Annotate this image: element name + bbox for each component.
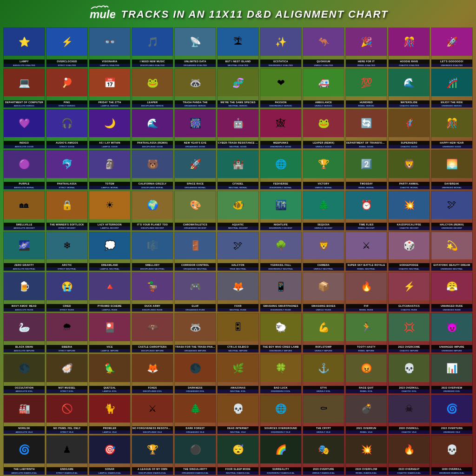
track-name: NO FORGIVENESS RESISTANCE <box>132 426 173 430</box>
cell-rebel-heroic: 💯HUNDREDREBEL HEROIC <box>345 68 387 108</box>
alignment-name: ORGANISED DECENT <box>175 226 216 230</box>
track-name: HUNDRED <box>346 100 387 105</box>
track-name: ARCTIC <box>46 263 87 267</box>
cell-artwork: ☠ <box>389 395 430 423</box>
alignment-name: ABSOLUTE VILE <box>4 430 45 434</box>
cell-labels: TIME FLIESREBEL DECENT <box>346 223 387 230</box>
alignment-name: LAWFUL RUDE <box>89 308 130 311</box>
cell-artwork: ❤ <box>260 69 301 97</box>
track-name: PARTY ANIMAL <box>389 182 430 186</box>
cell-artwork: 🏘 <box>4 191 45 219</box>
cell-artwork: 🤖 <box>218 109 258 137</box>
cell-artwork: 🎵 <box>132 28 173 56</box>
cell-strict-decent: 🔒THE WINNER'S SOFTLOCKSTRICT DECENT <box>46 191 88 231</box>
track-name: 2022 OVERVIEW <box>431 386 472 390</box>
alignment-name: ABSOLUTE DECENT <box>4 226 45 230</box>
cell-unruly-heroic: 🚑AMBULANCEUNRULY HEROIC <box>303 68 344 108</box>
cell-artwork: 🚫 <box>46 395 87 423</box>
cell-labels: UNHINGED IMPUREUNHINGED IMPURE <box>431 345 472 352</box>
track-name: GLITCHNASTICS <box>389 304 430 308</box>
cell-labels: PROWLERLAWFUL VILE <box>89 426 130 434</box>
cell-strict-rude: 😭CRIEDSTRICT RUDE <box>46 272 88 312</box>
cell-labels: DEAD INTERNETNEUTRAL VILE <box>218 426 258 434</box>
cell-disorderly-evil: 🍀BAD LUCKDISORDERLY EVIL <box>260 354 302 394</box>
track-name: MAVY AMOS' MEAD <box>4 304 45 308</box>
track-name: FOXR <box>218 304 258 308</box>
track-name: CTR.LO SILBICO <box>218 345 258 349</box>
cell-artwork: ⚫ <box>175 436 216 463</box>
alignment-name: STRICT DECENT <box>46 226 87 230</box>
alignment-name: ORGANISED GOOD <box>175 145 216 148</box>
track-name: LAMPY <box>4 60 45 64</box>
track-name: PYRAMID SCHEME <box>89 304 130 308</box>
track-name: INDIGO <box>4 141 45 145</box>
page-title: TRACKS IN AN 11X11 D&D ALIGNMENT CHART <box>121 8 388 20</box>
cell-artwork: 📊 <box>431 354 472 382</box>
alignment-name: ABSOLUTE IMPURE <box>4 349 45 352</box>
cell-artwork: 🌍 <box>132 191 173 219</box>
cell-rebel-evil: 😡RAGE QUITREBEL EVIL <box>345 354 387 394</box>
cell-chaotic-decent: 💥KAIZOPOCALYPSECHAOTIC DECENT <box>388 191 430 231</box>
alignment-name: DISCIPLINED GOOD <box>132 145 173 148</box>
track-name: SPACE RACE <box>175 182 216 186</box>
track-name: CASTLE CHIROPTERA <box>132 345 173 349</box>
cell-labels: SURREALITYDISORDERLY DIABOLICAL <box>260 467 301 475</box>
cell-rebel-rude: 🔥FVFREBEL RUDE <box>345 272 387 312</box>
cell-labels: ROFLSTOMPUNRULY IMPURE <box>303 345 344 352</box>
cell-chaotic-diabolical: 🔥2023 OVERHEATCHAOTIC DIABOLICAL <box>388 435 430 475</box>
track-name: EXTATONIC BEAUTY DREAM <box>431 263 472 267</box>
cell-artwork: 🏰 <box>218 150 258 178</box>
cell-disciplined-vile: ⚔NO FORGIVENESS RESISTANCEDISCIPLINED VI… <box>132 395 173 435</box>
alignment-name: DISORDERLY IMPURE <box>260 349 301 352</box>
cell-lawful-exalted: 👓VISIONARIALAWFUL EXALTED <box>89 27 131 67</box>
alignment-name: TRUE NEUTRAL <box>218 267 258 271</box>
cell-labels: ECSTATICADISORDERLY EXALTED <box>260 60 301 67</box>
cell-absolute-impure: 🦢BLACK SWANABSOLUTE IMPURE <box>3 313 45 353</box>
cell-artwork: 🎼 <box>132 232 173 260</box>
track-name: DEPARTMENT OF COMPUTER <box>4 100 45 105</box>
cell-artwork: 🌲 <box>175 395 216 423</box>
track-name: CRIED <box>46 304 87 308</box>
cell-labels: DEPARTMENT OF TRANSFORMATIONREBEL GOOD <box>346 141 387 148</box>
cell-labels: DAYBREAKUNHINGED MORAL <box>431 182 472 189</box>
cell-labels: DEPARTMENT OF COMPUTERABSOLUTE HEROIC <box>4 100 45 108</box>
track-name: CHROMATALETICS <box>175 223 216 227</box>
cell-labels: NORILSKABSOLUTE VILE <box>4 426 45 434</box>
cell-labels: TOTEMLAWFUL MORAL <box>89 182 130 189</box>
cell-artwork: ☀ <box>89 191 130 219</box>
track-name: 2023 OVERHEAT <box>389 467 430 471</box>
alignment-name: CHAOTIC VILE <box>389 430 430 434</box>
cell-artwork: ❄ <box>46 232 87 260</box>
cell-unhinged-exalted: 🚀LET'S GOOOOOO!UNHINGED EXALTED <box>431 27 473 67</box>
alignment-name: UNHINGED NEUTRAL <box>431 267 472 271</box>
alignment-name: ABSOLUTE RUDE <box>4 308 45 311</box>
track-name: LEAPER (REMIX) <box>303 141 344 145</box>
track-name: PASSION <box>260 100 301 105</box>
alignment-name: UNRULY VILE <box>303 430 344 434</box>
track-name: DARKNESS <box>175 386 216 390</box>
track-name: BUT I NEST ISLAND <box>218 60 258 64</box>
track-name: STYX <box>303 386 344 390</box>
cell-artwork: 💀 <box>218 395 258 423</box>
track-name: DEAD INTERNET <box>218 426 258 430</box>
cell-labels: NO ITEMS. FDL ONLYSTRICT VILE <box>46 426 87 434</box>
alignment-name: UNHINGED DECENT <box>431 226 472 230</box>
cell-labels: SONARLAWFUL DIABOLICAL <box>89 467 130 475</box>
cell-artwork: 🦪 <box>46 354 87 382</box>
alignment-name: ABSOLUTE MORAL <box>4 186 45 189</box>
cell-disciplined-neutral: 🎼SMELLODYDISCIPLINED NEUTRAL <box>132 231 173 271</box>
alignment-name: UNRULY MORAL <box>303 186 344 189</box>
track-name: KAIZOPOCALYPSE <box>389 223 430 227</box>
cell-lawful-heroic: 📅FRIDAY THE 27THLAWFUL HEROIC <box>89 68 131 108</box>
cell-labels: TRASH PANDA THEORGANISED HEROIC <box>175 100 216 108</box>
cell-disorderly-moral: 🌐FEDIVERSEDISORDERLY MORAL <box>260 150 302 190</box>
cell-artwork: ⚡ <box>389 272 430 300</box>
cell-labels: FOXR SLEEP MODENEUTRAL DIABOLICAL <box>218 467 258 475</box>
cell-unhinged-rude: 😤UNHINGED RUDEUNHINGED RUDE <box>431 272 473 312</box>
cell-neutral-heroic: 🧬WE'RE THE SAME SPECIESNEUTRAL HEROIC <box>217 68 259 108</box>
cell-strict-diabolical: ♟ENDGAMESTRICT DIABOLICAL <box>46 435 88 475</box>
track-name: OCCULTATION <box>4 386 45 390</box>
cell-absolute-rude: 🍺MAVY AMOS' MEADABSOLUTE RUDE <box>3 272 45 312</box>
cell-labels: OVERCLOCKEDSTRICT EXALTED <box>46 60 87 67</box>
alignment-name: DISORDERLY DIABOLICAL <box>260 471 301 475</box>
